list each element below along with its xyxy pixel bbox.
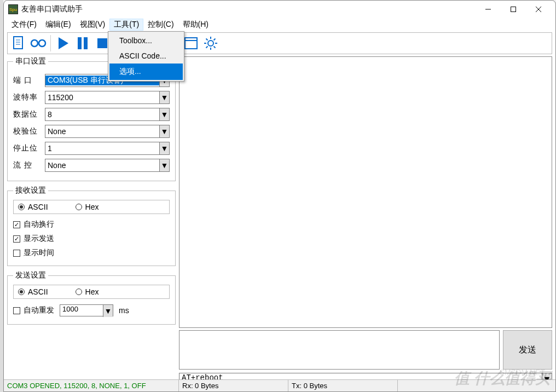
send-textarea[interactable] <box>179 330 500 370</box>
receive-textarea[interactable] <box>179 56 552 328</box>
dropdown-toolbox[interactable]: Toolbox... <box>109 33 183 48</box>
chevron-down-icon[interactable]: ▼ <box>103 305 113 317</box>
send-settings-legend: 发送设置 <box>13 270 48 280</box>
svg-point-16 <box>208 41 213 46</box>
menu-control[interactable]: 控制(C) <box>143 19 178 31</box>
menu-tools[interactable]: 工具(T) <box>109 19 143 31</box>
record-icon[interactable] <box>28 34 48 53</box>
pause-icon[interactable] <box>73 34 92 53</box>
chevron-down-icon[interactable]: ▼ <box>159 108 169 120</box>
recv-ascii-radio[interactable]: ASCII <box>18 203 48 211</box>
status-tx: Tx: 0 Bytes <box>288 380 398 391</box>
show-time-checkbox[interactable]: 显示时间 <box>13 246 170 260</box>
status-com: COM3 OPENED, 115200, 8, NONE, 1, OFF <box>4 380 179 391</box>
chevron-down-icon[interactable]: ▼ <box>159 159 169 171</box>
svg-rect-1 <box>511 7 516 12</box>
interval-unit: ms <box>119 306 129 315</box>
svg-rect-14 <box>185 38 197 49</box>
app-icon: Spu <box>8 4 18 14</box>
baud-label: 波特率 <box>13 93 45 102</box>
svg-line-23 <box>214 39 216 41</box>
dropdown-ascii[interactable]: ASCII Code... <box>109 48 183 64</box>
svg-point-8 <box>31 40 38 47</box>
svg-point-9 <box>39 40 45 47</box>
menu-help[interactable]: 帮助(H) <box>178 19 213 31</box>
recv-hex-radio[interactable]: Hex <box>76 203 99 211</box>
databits-label: 数据位 <box>13 109 45 119</box>
auto-resend-checkbox[interactable] <box>13 307 20 314</box>
toolbar <box>7 32 552 54</box>
send-settings-group: 发送设置 ASCII Hex 自动重发 1000 ▼ ms <box>7 270 176 325</box>
maximize-button[interactable] <box>501 1 526 18</box>
chevron-down-icon[interactable]: ▼ <box>159 125 169 137</box>
svg-rect-4 <box>14 37 22 49</box>
menu-view[interactable]: 视图(V) <box>76 19 110 31</box>
chevron-down-icon[interactable]: ▼ <box>159 91 169 103</box>
status-rx: Rx: 0 Bytes <box>179 380 288 391</box>
flow-label: 流 控 <box>13 160 45 170</box>
svg-rect-13 <box>97 38 107 48</box>
interval-input[interactable]: 1000 ▼ <box>60 304 113 316</box>
svg-line-22 <box>214 47 216 48</box>
recv-settings-group: 接收设置 ASCII Hex 自动换行 显示发送 显示时间 <box>7 186 176 266</box>
port-label: 端 口 <box>13 76 45 85</box>
flow-combo[interactable]: None ▼ <box>45 159 170 172</box>
send-button[interactable]: 发送 <box>503 330 552 370</box>
svg-marker-10 <box>59 37 68 49</box>
svg-line-21 <box>206 39 208 41</box>
send-hex-radio[interactable]: Hex <box>76 287 99 296</box>
status-spacer <box>398 380 555 391</box>
stopbits-combo[interactable]: 1 ▼ <box>45 142 170 155</box>
menu-edit[interactable]: 编辑(E) <box>41 19 76 31</box>
parity-combo[interactable]: None ▼ <box>45 125 170 138</box>
titlebar: Spu 友善串口调试助手 <box>4 1 555 18</box>
menu-file[interactable]: 文件(F) <box>7 19 41 31</box>
statusbar: COM3 OPENED, 115200, 8, NONE, 1, OFF Rx:… <box>4 379 555 391</box>
play-icon[interactable] <box>53 34 73 53</box>
baud-combo[interactable]: 115200 ▼ <box>45 91 170 104</box>
show-send-checkbox[interactable]: 显示发送 <box>13 232 170 246</box>
stopbits-label: 停止位 <box>13 143 45 153</box>
svg-line-24 <box>206 47 208 48</box>
svg-rect-11 <box>78 37 82 49</box>
chevron-down-icon[interactable]: ▼ <box>159 142 169 154</box>
svg-rect-12 <box>84 37 88 49</box>
recv-settings-legend: 接收设置 <box>13 186 48 195</box>
minimize-button[interactable] <box>476 1 501 18</box>
auto-resend-label: 自动重发 <box>24 305 54 315</box>
auto-wrap-checkbox[interactable]: 自动换行 <box>13 217 170 232</box>
tools-dropdown: Toolbox... ASCII Code... 选项... <box>108 31 184 82</box>
gear-icon[interactable] <box>201 34 221 53</box>
dropdown-options[interactable]: 选项... <box>109 64 183 80</box>
window-title: 友善串口调试助手 <box>21 4 476 14</box>
databits-combo[interactable]: 8 ▼ <box>45 108 170 121</box>
menubar: 文件(F) 编辑(E) 视图(V) 工具(T) 控制(C) 帮助(H) <box>4 18 555 31</box>
send-ascii-radio[interactable]: ASCII <box>18 287 48 296</box>
close-button[interactable] <box>526 1 551 18</box>
new-file-icon[interactable] <box>9 34 28 53</box>
parity-label: 校验位 <box>13 126 45 136</box>
serial-settings-legend: 串口设置 <box>13 56 48 66</box>
